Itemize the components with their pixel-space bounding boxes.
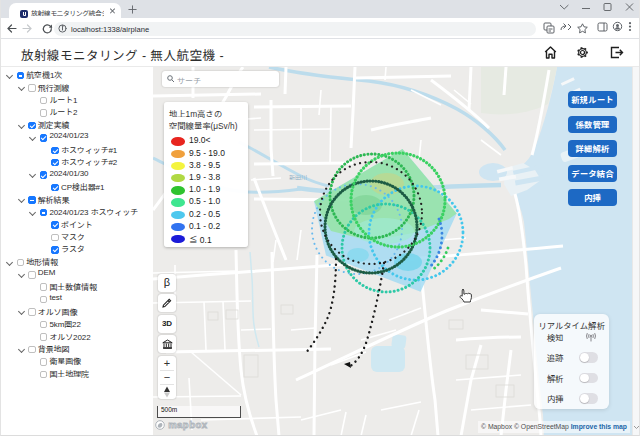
svg-text:新田川: 新田川 <box>289 174 307 181</box>
